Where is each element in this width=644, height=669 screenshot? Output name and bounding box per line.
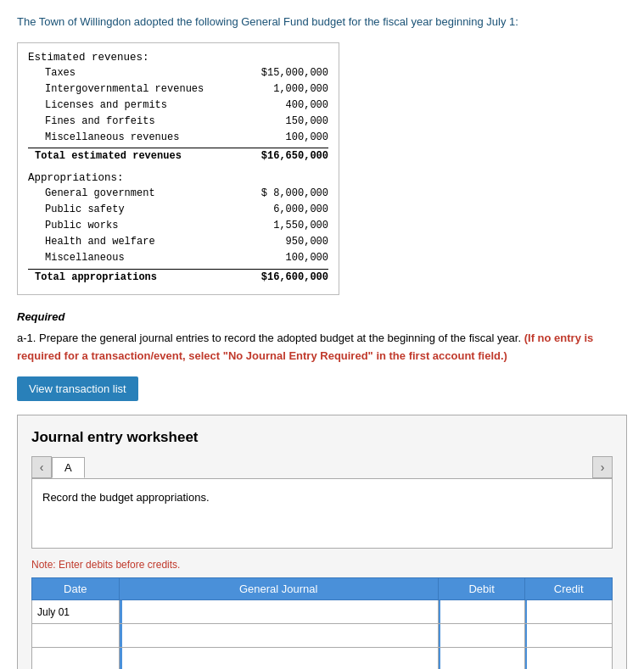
budget-row-misc-rev: Miscellaneous revenues 100,000	[28, 130, 328, 146]
debit-cell-3[interactable]	[438, 648, 525, 669]
fines-label: Fines and forfeits	[28, 114, 155, 130]
table-row: July 01	[32, 600, 613, 624]
instruction-part1: a-1. Prepare the general journal entries…	[17, 332, 521, 344]
budget-row-misc-approp: Miscellaneous 100,000	[28, 250, 328, 266]
misc-approp-label: Miscellaneous	[28, 250, 125, 266]
credit-cell-3[interactable]	[525, 648, 613, 669]
col-general-journal: General Journal	[119, 578, 438, 600]
budget-row-intergovernmental: Intergovernmental revenues 1,000,000	[28, 81, 328, 98]
required-label: Required	[17, 310, 627, 323]
journal-worksheet-title: Journal entry worksheet	[31, 429, 613, 446]
budget-row-gen-gov: General government $ 8,000,000	[28, 186, 328, 202]
total-revenues-amount: $16,650,000	[235, 148, 328, 164]
table-row	[32, 624, 613, 648]
health-label: Health and welfare	[28, 234, 155, 250]
estimated-revenues-label: Estimated revenues:	[28, 52, 328, 64]
worksheet-content: Record the budget appropriations.	[31, 479, 613, 549]
tab-a[interactable]: A	[52, 457, 85, 478]
misc-rev-label: Miscellaneous revenues	[28, 130, 179, 146]
tab-prev-button[interactable]: ‹	[31, 456, 52, 478]
taxes-label: Taxes	[28, 65, 76, 81]
budget-row-health: Health and welfare 950,000	[28, 234, 328, 250]
budget-row-total-appropriations: Total appropriations $16,600,000	[28, 269, 328, 286]
date-cell-3	[32, 648, 120, 669]
journal-table: Date General Journal Debit Credit July 0…	[31, 577, 613, 669]
tab-row: ‹ A ›	[31, 456, 613, 479]
col-date: Date	[32, 578, 120, 600]
journal-worksheet-container: Journal entry worksheet ‹ A › Record the…	[17, 415, 627, 669]
date-cell-2	[32, 624, 120, 648]
public-works-label: Public works	[28, 218, 118, 234]
intro-text: The Town of Willingdon adopted the follo…	[17, 14, 627, 31]
gj-cell-2[interactable]	[119, 624, 438, 648]
public-safety-amount: 6,000,000	[235, 202, 328, 218]
total-appropriations-amount: $16,600,000	[235, 270, 328, 286]
credit-cell-2[interactable]	[525, 624, 613, 648]
licenses-amount: 400,000	[235, 98, 328, 114]
gen-gov-amount: $ 8,000,000	[235, 186, 328, 202]
col-debit: Debit	[438, 578, 525, 600]
public-safety-label: Public safety	[28, 202, 125, 218]
fines-amount: 150,000	[235, 114, 328, 130]
licenses-label: Licenses and permits	[28, 98, 167, 114]
view-transaction-list-button[interactable]: View transaction list	[17, 376, 138, 401]
budget-row-public-safety: Public safety 6,000,000	[28, 202, 328, 218]
taxes-amount: $15,000,000	[235, 65, 328, 81]
record-instruction: Record the budget appropriations.	[42, 491, 602, 504]
intergovernmental-label: Intergovernmental revenues	[28, 81, 204, 98]
health-amount: 950,000	[235, 234, 328, 250]
gj-cell-1[interactable]	[119, 600, 438, 624]
table-row	[32, 648, 613, 669]
budget-table: Estimated revenues: Taxes $15,000,000 In…	[17, 42, 339, 295]
date-cell-1: July 01	[32, 600, 120, 624]
misc-rev-amount: 100,000	[235, 130, 328, 146]
gj-cell-3[interactable]	[119, 648, 438, 669]
budget-row-total-revenues: Total estimated revenues $16,650,000	[28, 148, 328, 164]
instruction-text: a-1. Prepare the general journal entries…	[17, 330, 627, 365]
debit-cell-1[interactable]	[438, 600, 525, 624]
total-appropriations-label: Total appropriations	[28, 270, 157, 286]
tab-next-button[interactable]: ›	[592, 456, 613, 478]
budget-row-taxes: Taxes $15,000,000	[28, 65, 328, 81]
budget-row-licenses: Licenses and permits 400,000	[28, 98, 328, 114]
misc-approp-amount: 100,000	[235, 250, 328, 266]
public-works-amount: 1,550,000	[235, 218, 328, 234]
col-credit: Credit	[525, 578, 613, 600]
note-text: Note: Enter debits before credits.	[31, 559, 613, 571]
budget-row-public-works: Public works 1,550,000	[28, 218, 328, 234]
intergovernmental-amount: 1,000,000	[235, 81, 328, 98]
gen-gov-label: General government	[28, 186, 155, 202]
total-revenues-label: Total estimated revenues	[28, 148, 182, 164]
budget-row-fines: Fines and forfeits 150,000	[28, 114, 328, 130]
debit-cell-2[interactable]	[438, 624, 525, 648]
appropriations-label: Appropriations:	[28, 172, 328, 184]
credit-cell-1[interactable]	[525, 600, 613, 624]
